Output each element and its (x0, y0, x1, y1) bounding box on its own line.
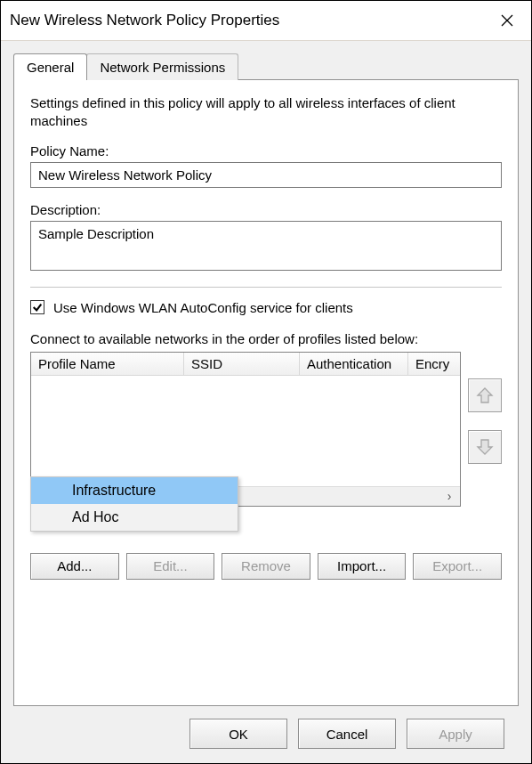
dialog-footer: OK Cancel Apply (13, 706, 519, 763)
col-profile-name[interactable]: Profile Name (31, 353, 184, 375)
close-icon (501, 14, 513, 27)
apply-button: Apply (407, 719, 504, 749)
remove-button: Remove (222, 553, 310, 580)
tab-network-permissions[interactable]: Network Permissions (86, 53, 238, 80)
export-button: Export... (413, 553, 502, 580)
window-title: New Wireless Network Policy Properties (10, 12, 279, 29)
description-label: Description: (30, 202, 502, 217)
dialog-body: General Network Permissions Settings def… (1, 40, 531, 763)
profiles-block: Profile Name SSID Authentication Encry › (30, 352, 502, 507)
move-down-button[interactable] (468, 430, 502, 464)
add-menu-popup: Infrastructure Ad Hoc (30, 476, 238, 532)
policy-name-input[interactable] (30, 162, 502, 188)
intro-text: Settings defined in this policy will app… (30, 94, 502, 131)
arrow-down-icon (474, 436, 496, 458)
col-authentication[interactable]: Authentication (300, 353, 408, 375)
tabpanel-general: Settings defined in this policy will app… (13, 79, 519, 706)
import-button[interactable]: Import... (318, 553, 407, 580)
tabstrip: General Network Permissions (13, 53, 519, 80)
divider (30, 287, 502, 288)
policy-name-label: Policy Name: (30, 143, 502, 158)
profile-button-row: Add... Edit... Remove Import... Export..… (30, 553, 502, 580)
ok-button[interactable]: OK (189, 719, 287, 749)
tab-general[interactable]: General (13, 53, 87, 80)
reorder-arrows (468, 352, 502, 507)
dialog-window: New Wireless Network Policy Properties G… (0, 0, 532, 764)
cancel-button[interactable]: Cancel (298, 719, 396, 749)
description-input[interactable]: Sample Description (30, 221, 502, 271)
arrow-up-icon (474, 385, 496, 406)
close-button[interactable] (494, 7, 520, 34)
menu-item-adhoc[interactable]: Ad Hoc (31, 504, 238, 531)
autoconfig-row: Use Windows WLAN AutoConfig service for … (30, 300, 502, 315)
menu-item-infrastructure[interactable]: Infrastructure (31, 477, 238, 504)
autoconfig-checkbox[interactable] (30, 300, 44, 314)
edit-button: Edit... (126, 553, 215, 580)
col-ssid[interactable]: SSID (184, 353, 300, 375)
titlebar: New Wireless Network Policy Properties (1, 1, 531, 40)
col-encryption[interactable]: Encry (408, 353, 460, 375)
autoconfig-label: Use Windows WLAN AutoConfig service for … (53, 300, 353, 315)
move-up-button[interactable] (468, 378, 502, 412)
check-icon (32, 302, 43, 313)
scroll-right-icon[interactable]: › (439, 489, 460, 503)
connect-order-label: Connect to available networks in the ord… (30, 331, 502, 346)
table-header: Profile Name SSID Authentication Encry (31, 353, 460, 376)
add-button[interactable]: Add... (30, 553, 119, 580)
